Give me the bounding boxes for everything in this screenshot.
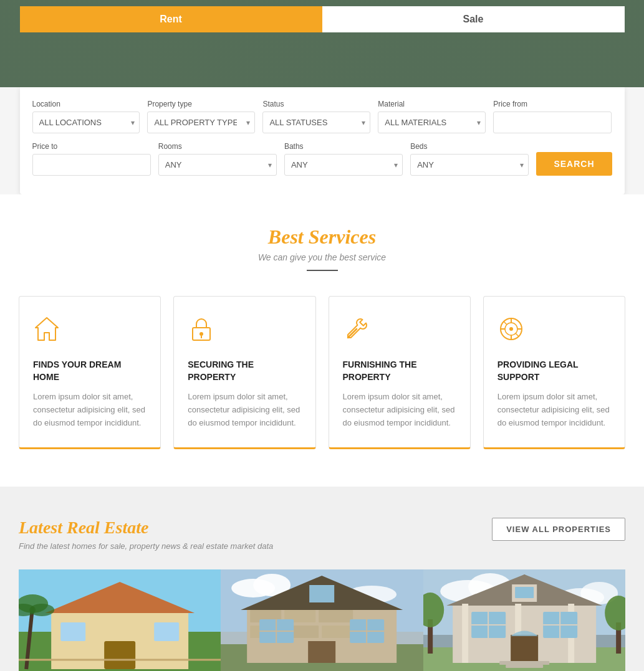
service-card-lock: SECURING THE PROPERTY Lorem ipsum dolor …	[173, 296, 315, 449]
property-type-select[interactable]: ALL PROPERTY TYPES	[147, 112, 255, 133]
service-card-house: FINDS YOUR DREAM HOME Lorem ipsum dolor …	[19, 296, 161, 449]
latest-section: Latest Real Estate Find the latest homes…	[0, 487, 644, 671]
beds-field: Beds ANY	[410, 142, 529, 176]
latest-title-block: Latest Real Estate Find the latest homes…	[19, 518, 273, 551]
svg-rect-61	[515, 587, 534, 598]
price-from-field: Price from	[493, 100, 612, 133]
search-panel: Location ALL LOCATIONS Property type ALL…	[20, 87, 625, 194]
svg-rect-71	[511, 635, 538, 663]
view-all-button[interactable]: VIEW ALL PROPERTIES	[492, 518, 625, 541]
svg-point-1	[199, 332, 203, 336]
location-select[interactable]: ALL LOCATIONS	[32, 112, 140, 133]
svg-rect-20	[154, 622, 179, 641]
material-label: Material	[378, 100, 486, 108]
service-card-text-0: Lorem ipsum dolor sit amet, consectetur …	[33, 391, 147, 429]
latest-title: Latest Real Estate	[19, 518, 273, 538]
services-grid: FINDS YOUR DREAM HOME Lorem ipsum dolor …	[19, 296, 625, 449]
service-card-title-3: PROVIDING LEGAL SUPPORT	[497, 359, 611, 383]
location-field: Location ALL LOCATIONS	[32, 100, 140, 133]
svg-rect-73	[506, 665, 543, 668]
svg-rect-18	[104, 641, 135, 669]
service-card-tools: FURNISHING THE PROPERTY Lorem ipsum dolo…	[329, 296, 471, 449]
services-title: Best Services	[19, 226, 625, 249]
rooms-label: Rooms	[158, 142, 277, 151]
svg-rect-62	[462, 604, 468, 663]
legal-icon	[497, 315, 611, 346]
beds-select[interactable]: ANY	[410, 154, 529, 176]
search-button[interactable]: SEARCH	[536, 152, 612, 176]
status-field: Status ALL STATUSES	[262, 100, 370, 133]
search-row-1: Location ALL LOCATIONS Property type ALL…	[32, 100, 612, 133]
service-card-title-1: SECURING THE PROPERTY	[188, 359, 301, 383]
location-label: Location	[32, 100, 140, 108]
property-type-field: Property type ALL PROPERTY TYPES	[147, 100, 255, 133]
property-image-3[interactable]	[423, 569, 625, 671]
sale-tab[interactable]: Sale	[322, 6, 625, 32]
status-select[interactable]: ALL STATUSES	[262, 112, 370, 133]
property-image-2[interactable]	[221, 569, 423, 671]
price-to-input[interactable]	[32, 154, 151, 176]
service-card-title-0: FINDS YOUR DREAM HOME	[33, 359, 147, 383]
svg-point-24	[29, 604, 54, 616]
latest-subtitle: Find the latest homes for sale, property…	[19, 541, 273, 551]
price-from-input[interactable]	[493, 112, 612, 133]
lock-icon	[188, 315, 301, 346]
baths-label: Baths	[284, 142, 403, 151]
property-type-label: Property type	[147, 100, 255, 108]
service-card-title-2: FURNISHING THE PROPERTY	[343, 359, 456, 383]
services-section: Best Services We can give you the best s…	[0, 194, 644, 487]
price-to-label: Price to	[32, 142, 151, 151]
svg-rect-47	[308, 641, 335, 663]
search-row-2: Price to Rooms ANY Baths ANY	[32, 142, 612, 176]
services-divider	[307, 270, 338, 271]
material-select[interactable]: ALL MATERIALS	[378, 112, 486, 133]
svg-rect-19	[60, 622, 85, 641]
price-to-field: Price to	[32, 142, 151, 176]
svg-line-11	[504, 321, 507, 325]
tools-icon	[343, 315, 456, 346]
status-label: Status	[262, 100, 370, 108]
baths-select[interactable]: ANY	[284, 154, 403, 176]
rooms-field: Rooms ANY	[158, 142, 277, 176]
svg-rect-35	[319, 610, 353, 622]
svg-point-10	[509, 327, 513, 331]
properties-grid	[19, 569, 625, 671]
rooms-select[interactable]: ANY	[158, 154, 277, 176]
property-image-1[interactable]	[19, 569, 221, 671]
svg-rect-72	[499, 661, 549, 665]
baths-field: Baths ANY	[284, 142, 403, 176]
price-from-label: Price from	[493, 100, 612, 108]
material-field: Material ALL MATERIALS	[378, 100, 486, 133]
svg-rect-40	[309, 585, 334, 602]
beds-label: Beds	[410, 142, 529, 151]
rent-tab[interactable]: Rent	[20, 6, 322, 32]
house-icon	[33, 315, 147, 346]
service-card-text-2: Lorem ipsum dolor sit amet, consectetur …	[343, 391, 456, 429]
service-card-legal: PROVIDING LEGAL SUPPORT Lorem ipsum dolo…	[483, 296, 625, 449]
latest-header: Latest Real Estate Find the latest homes…	[19, 518, 625, 551]
svg-line-12	[516, 333, 519, 336]
service-card-text-1: Lorem ipsum dolor sit amet, consectetur …	[188, 391, 301, 429]
service-card-text-3: Lorem ipsum dolor sit amet, consectetur …	[497, 391, 611, 429]
services-subtitle: We can give you the best service	[19, 252, 625, 262]
